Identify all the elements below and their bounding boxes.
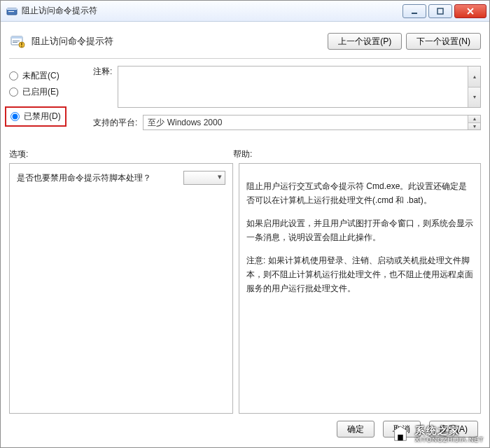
scroll-down-icon[interactable]: ▾: [468, 123, 480, 130]
radio-enabled[interactable]: 已启用(E): [9, 86, 93, 98]
help-paragraph: 阻止用户运行交互式命令提示符 Cmd.exe。此设置还确定是否可以在计算机上运行…: [246, 179, 473, 208]
state-radio-group: 未配置(C) 已启用(E) 已禁用(D): [9, 66, 93, 130]
options-panel: 是否也要禁用命令提示符脚本处理？: [9, 163, 233, 414]
close-button[interactable]: [454, 4, 486, 18]
help-label: 帮助:: [233, 148, 481, 160]
svg-rect-7: [13, 41, 20, 41]
svg-rect-10: [21, 43, 22, 46]
radio-not-configured-input[interactable]: [9, 71, 18, 80]
scroll-down-icon[interactable]: ▾: [468, 88, 480, 108]
supported-on-value: 至少 Windows 2000: [148, 117, 222, 129]
minimize-button[interactable]: [402, 4, 426, 18]
platform-scroll[interactable]: ▴▾: [468, 115, 480, 130]
supported-on-box: 至少 Windows 2000 ▴▾: [143, 115, 481, 130]
cancel-button[interactable]: 取消: [383, 421, 421, 438]
radio-disabled-input[interactable]: [10, 112, 20, 121]
comment-textbox[interactable]: ▴▾: [118, 66, 481, 108]
next-setting-button[interactable]: 下一个设置(N): [406, 33, 481, 50]
radio-disabled[interactable]: 已禁用(D): [10, 111, 61, 122]
help-panel: 阻止用户运行交互式命令提示符 Cmd.exe。此设置还确定是否可以在计算机上运行…: [239, 163, 481, 414]
app-icon: [6, 6, 18, 17]
window-title: 阻止访问命令提示符: [22, 5, 400, 17]
divider: [9, 58, 481, 59]
comment-scroll[interactable]: ▴▾: [468, 66, 480, 107]
script-processing-dropdown[interactable]: [183, 171, 225, 185]
svg-rect-6: [11, 36, 22, 38]
policy-title: 阻止访问命令提示符: [31, 35, 323, 48]
svg-rect-2: [8, 11, 14, 12]
radio-not-configured-label: 未配置(C): [22, 70, 59, 82]
titlebar[interactable]: 阻止访问命令提示符: [1, 1, 489, 22]
svg-rect-11: [21, 46, 22, 48]
previous-setting-button[interactable]: 上一个设置(P): [328, 33, 402, 50]
client-area: 阻止访问命令提示符 上一个设置(P) 下一个设置(N) 未配置(C) 已启用(E…: [1, 22, 489, 447]
policy-icon: [9, 33, 26, 50]
highlight-box: 已禁用(D): [5, 106, 66, 127]
options-label: 选项:: [9, 148, 233, 160]
help-paragraph: 注意: 如果计算机使用登录、注销、启动或关机批处理文件脚本，则不阻止计算机运行批…: [246, 253, 473, 296]
ok-button[interactable]: 确定: [337, 421, 374, 438]
footer: 确定 取消 应用(A): [9, 414, 481, 440]
svg-rect-3: [412, 13, 417, 14]
help-paragraph: 如果启用此设置，并且用户试图打开命令窗口，则系统会显示一条消息，说明设置会阻止此…: [246, 216, 473, 245]
svg-rect-1: [7, 8, 17, 10]
window-frame: 阻止访问命令提示符 阻止访问命令提示符 上一个设置(P) 下一个设置(N) 未配…: [0, 0, 490, 448]
radio-enabled-input[interactable]: [9, 88, 18, 97]
platform-label: 支持的平台:: [93, 117, 137, 129]
maximize-button[interactable]: [428, 4, 452, 18]
svg-rect-4: [438, 8, 443, 14]
comment-label: 注释:: [93, 66, 112, 78]
radio-disabled-label: 已禁用(D): [24, 111, 61, 122]
svg-rect-8: [13, 42, 18, 43]
option-question: 是否也要禁用命令提示符脚本处理？: [17, 172, 183, 184]
scroll-up-icon[interactable]: ▴: [468, 66, 480, 88]
radio-enabled-label: 已启用(E): [22, 86, 59, 98]
policy-header: 阻止访问命令提示符 上一个设置(P) 下一个设置(N): [9, 33, 481, 50]
radio-not-configured[interactable]: 未配置(C): [9, 70, 93, 82]
apply-button[interactable]: 应用(A): [429, 421, 478, 438]
scroll-up-icon[interactable]: ▴: [468, 115, 480, 123]
